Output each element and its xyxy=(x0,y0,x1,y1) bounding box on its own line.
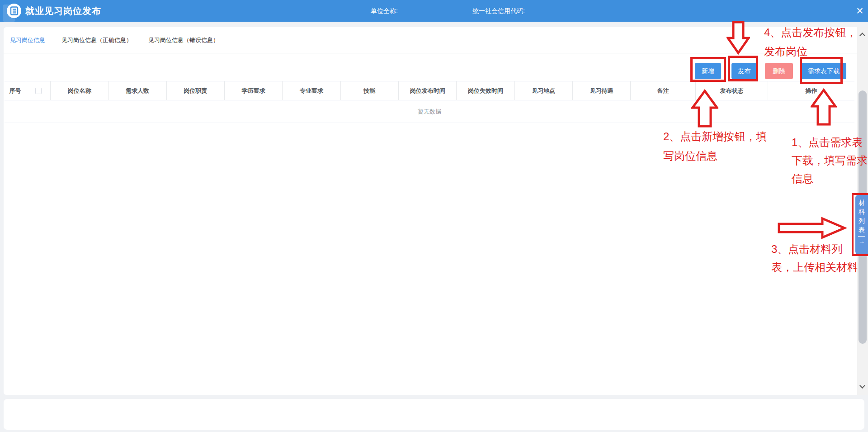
arrow-right-icon: → xyxy=(859,237,865,245)
column-header-major: 专业要求 xyxy=(283,81,340,100)
chevron-down-icon xyxy=(859,383,865,389)
page-title: 就业见习岗位发布 xyxy=(25,0,101,22)
materials-tab-divider xyxy=(858,236,865,237)
chevron-up-icon xyxy=(859,33,865,38)
column-header-skills: 技能 xyxy=(341,81,399,100)
demand-table-download-button[interactable]: 需求表下载 xyxy=(801,63,846,79)
column-header-duties: 岗位职责 xyxy=(167,81,225,100)
delete-button[interactable]: 删除 xyxy=(765,63,793,79)
column-header-headcount: 需求人数 xyxy=(108,81,166,100)
column-header-publish-status: 发布状态 xyxy=(696,81,768,100)
table-empty-row: 暂无数据 xyxy=(5,100,854,123)
materials-tab-char: 材 xyxy=(859,198,865,207)
dialog: 就业见习岗位发布 单位全称: 统一社会信用代码: × 见习岗位信息 见习岗位信息… xyxy=(0,0,868,432)
column-header-index: 序号 xyxy=(5,81,26,100)
column-header-education: 学历要求 xyxy=(225,81,283,100)
tab-correct-info[interactable]: 见习岗位信息（正确信息） xyxy=(61,36,132,44)
column-header-remark: 备注 xyxy=(631,81,696,100)
table-header: 序号 岗位名称 需求人数 岗位职责 学历要求 专业要求 技能 岗位发布时间 岗位… xyxy=(5,81,854,100)
materials-list-tab[interactable]: 材 料 列 表 → xyxy=(855,195,868,254)
column-header-position-name: 岗位名称 xyxy=(51,81,108,100)
tab-internship-info[interactable]: 见习岗位信息 xyxy=(10,36,45,44)
credit-code-label: 统一社会信用代码: xyxy=(472,0,525,22)
materials-tab-char: 料 xyxy=(859,207,865,216)
scroll-down-button[interactable] xyxy=(857,381,868,393)
column-header-treatment: 见习待遇 xyxy=(573,81,631,100)
column-header-expire-time: 岗位失效时间 xyxy=(457,81,514,100)
select-all-checkbox[interactable] xyxy=(35,88,42,94)
materials-tab-char: 表 xyxy=(859,225,865,234)
add-button[interactable]: 新增 xyxy=(695,63,721,79)
column-header-location: 见习地点 xyxy=(515,81,573,100)
dialog-footer: 确认提交 xyxy=(4,399,864,430)
document-list-icon xyxy=(6,3,22,19)
scroll-up-button[interactable] xyxy=(857,29,868,41)
column-header-actions: 操作 xyxy=(768,81,854,100)
tab-bar: 见习岗位信息 见习岗位信息（正确信息） 见习岗位信息（错误信息） xyxy=(4,27,864,53)
column-header-publish-time: 岗位发布时间 xyxy=(399,81,457,100)
materials-tab-char: 列 xyxy=(859,216,865,225)
dialog-header: 就业见习岗位发布 单位全称: 统一社会信用代码: × xyxy=(0,0,868,22)
empty-state-text: 暂无数据 xyxy=(418,108,441,116)
column-header-checkbox xyxy=(26,81,51,100)
tab-error-info[interactable]: 见习岗位信息（错误信息） xyxy=(148,36,219,44)
publish-button[interactable]: 发布 xyxy=(731,63,757,79)
close-icon[interactable]: × xyxy=(852,3,868,19)
unit-name-label: 单位全称: xyxy=(371,0,398,22)
